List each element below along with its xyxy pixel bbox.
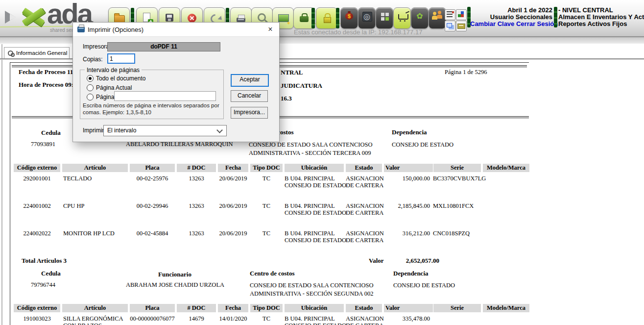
total-articulos: Total Articulos 3 [22,257,67,265]
col-header: Placa [130,164,175,172]
col-header: Tipo DOC [250,164,283,172]
col-header: Valor [384,164,433,172]
col-header: Modelo/Marca [483,304,529,312]
centro-value-line1: CONSEJO DE ESTADO SALA CONTENCIOSO [250,282,373,289]
report-title-fragment: 16.3 [281,95,292,102]
dropdown-value: El intervalo [107,127,136,134]
cell-tipo: TC [250,230,283,237]
list-view-icon[interactable] [445,9,455,20]
cart-icon [394,8,410,28]
cell-fecha: 14/01/2020 [218,315,248,322]
users-button[interactable] [429,7,446,29]
cell-codigo: 224001002 [14,202,60,209]
funcionario-label: Funcionario [158,271,191,278]
safe-button[interactable]: ◎ [358,7,376,29]
cell-serie: MXL10801FCX [433,202,474,209]
radio-all-document-label[interactable]: Todo el documento [96,75,145,82]
col-header: Ubicación [285,164,344,172]
print-what-dropdown[interactable]: El intervalo [103,125,227,136]
cell-valor: 150,000.00 [382,175,430,182]
cell-ubicacion-2: CONSEJO DE ESTADO [285,237,346,244]
funcionario-value: ABRAHAM JOSE CHADID URZOLA [126,281,224,288]
pages-range-input[interactable] [114,91,216,101]
session-user: Usuario Seccionales [470,14,552,21]
printer-name-field: doPDF 11 [107,42,220,51]
toolbar-separator [311,8,315,28]
cell-placa: 00-02-45884 [130,230,175,237]
col-header: # DOC [177,304,216,312]
cancel-button[interactable]: Cancelar [231,90,268,102]
col-header: Estado [346,164,382,172]
cell-fecha: 20/06/2019 [218,230,248,237]
modules-button[interactable] [376,7,393,29]
cell-fecha: 20/06/2019 [218,202,248,209]
cell-placa: 00-000000076077 [130,315,175,322]
print-what-label: Imprimir [83,127,104,134]
cedula-value: 79796744 [31,281,55,288]
tab-informacion-general[interactable]: Información General [4,47,70,59]
cell-ubicacion-1: B U04. PRINCIPAL [285,202,335,209]
blocks-icon [376,8,393,28]
logout-link[interactable]: Cerrar Sesión [516,20,558,27]
process-date: Fecha de Proceso 11/ [19,69,75,75]
report-title-fragment: JUDICATURA [281,82,322,89]
radio-current-page[interactable] [87,84,94,91]
tab-label: Información General [16,48,67,59]
lock-button[interactable] [316,7,337,29]
radio-current-page-label[interactable]: Página Actual [96,84,132,91]
centro-value-line1: CONSEJO DE ESTADO SALA CONTENCIOSO [249,141,372,148]
col-header: Modelo/Marca [483,164,529,172]
radio-all-document[interactable] [87,75,94,82]
cell-placa: 00-02-25976 [130,175,175,182]
col-header: Código externo [14,164,60,172]
plant-icon: ✿ [411,8,428,28]
centro-value-line2: ADMINISTRATIVA - SECCIÓN TERCERA 009 [249,150,371,156]
col-header: Fecha [218,164,248,172]
cart-button[interactable] [393,7,411,29]
dialog-titlebar[interactable]: Imprimir (Opciones) [73,23,279,37]
cell-estado-1: ASIGNACION [346,175,382,182]
cell-placa: 00-02-29946 [130,202,175,209]
chevron-down-icon [216,127,223,133]
grid-view-icon[interactable] [456,9,467,20]
cell-tipo: TC [250,175,283,182]
radio-pages[interactable] [87,94,94,100]
cell-articulo-1: SILLA ERGONÓMICA [63,315,123,322]
cell-tipo: TC [250,315,283,322]
report-title-fragment: NTRAL [281,69,303,76]
pages-hint: Escriba números de página e intervalos s… [83,102,221,116]
app-window: ada shared services ✶ $ ◎ ✿ Abril 1 de 2… [0,0,644,325]
cell-ubicacion-2: CONSEJO DE ESTADO [285,209,346,216]
cell-estado-2: DE CARTERA [346,209,382,216]
close-icon[interactable]: × [264,24,276,35]
dependencia-value: CONSEJO DE ESTADO [393,282,455,289]
cell-estado-1: ASIGNACION [346,202,382,209]
col-header: # DOC [177,164,216,172]
printer-settings-button[interactable]: Impresora... [231,107,268,119]
cell-valor: 2,185,845.00 [382,202,430,209]
windows-icon[interactable] [445,21,455,31]
print-dialog: Imprimir (Opciones) × Impresora doPDF 11… [72,22,280,142]
col-header: Tipo DOC [250,304,283,312]
cell-ubicacion-1: B U04. PRINCIPAL [285,315,335,322]
cell-doc: 13263 [177,175,216,182]
change-password-link[interactable]: Cambiar Clave [470,20,514,27]
col-header: Placa [130,304,175,312]
users-icon [429,8,446,28]
card-icon[interactable] [456,21,467,31]
cell-estado-2: DE CARTERA [346,322,382,325]
cell-valor: 316,212.00 [382,230,430,237]
printer-label: Impresora [83,43,109,50]
cedula-label: Cedula [41,129,61,137]
money-button[interactable]: $ [340,7,358,29]
cell-estado-1: ASIGNACION [346,230,382,237]
cell-articulo: CPU HP [63,202,84,209]
copies-input[interactable] [107,53,135,64]
accept-button[interactable]: Aceptar [231,74,269,87]
dependencia-label: Dependencia [392,128,427,136]
cell-ubicacion-1: B U04. PRINCIPAL [285,175,335,182]
centro-label: Centro de costos [250,270,294,277]
toolbar-separator [336,8,339,28]
services-button[interactable]: ✿ [411,7,429,29]
level-label: - NIVEL CENTRAL [558,7,644,14]
